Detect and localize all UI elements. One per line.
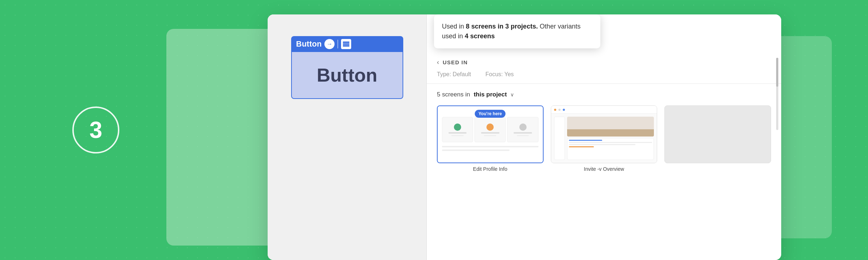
tooltip-highlight2: 4 screens <box>465 32 495 40</box>
thumb-bottom-line-1 <box>442 146 539 147</box>
panel-header: ‹ USED IN Type: Default Focus: Yes <box>427 51 781 84</box>
thumb-line-orange <box>569 146 594 147</box>
thumbnail-item-2: Invite -v Overview <box>551 105 658 172</box>
thumb-text-line-1 <box>448 132 467 134</box>
thumb-nav-dot-blue <box>563 109 565 111</box>
thumb-img-block <box>567 117 654 136</box>
used-in-title: USED IN <box>443 59 468 65</box>
thumb-card-row <box>442 117 539 142</box>
screens-header: 5 screens in this project ∨ <box>437 91 771 98</box>
toolbar-divider <box>337 40 338 48</box>
thumb-mini-card-1 <box>442 117 473 142</box>
thumb-line-blue <box>569 140 602 141</box>
svg-rect-2 <box>343 45 349 47</box>
thumb-avatar-orange <box>486 124 494 131</box>
thumb-text-sm-1 <box>451 135 464 136</box>
meta-focus-label: Focus: <box>485 71 503 77</box>
thumbnail-label-2: Invite -v Overview <box>551 166 658 172</box>
meta-type-value: Default <box>453 71 471 77</box>
tooltip-text: Used in 8 screens in 3 projects. Other v… <box>442 22 592 41</box>
button-selection-area: Button → Button <box>268 14 427 260</box>
thumbnail-content-2 <box>551 106 657 163</box>
thumb-line-1 <box>569 142 652 143</box>
thumb-avatar-default <box>519 124 527 131</box>
thumb-text-line-3 <box>514 132 532 134</box>
thumb-text-sm-2 <box>484 135 496 136</box>
panel-scrollbar[interactable] <box>776 58 778 130</box>
right-panel: Used in 8 screens in 3 projects. Other v… <box>427 14 781 260</box>
thumb-main-content <box>567 117 654 160</box>
component-box-label: Button <box>317 64 377 86</box>
panel-scrollbar-thumb <box>776 58 778 87</box>
thumb-avatar-green <box>454 124 461 131</box>
toolbar-label: Button <box>296 39 322 49</box>
panel-meta: Type: Default Focus: Yes <box>437 71 771 78</box>
meta-type: Type: Default <box>437 71 471 78</box>
thumb-line-2 <box>569 144 636 145</box>
thumb-mini-card-3 <box>507 117 538 142</box>
thumb-content-block <box>567 138 654 160</box>
main-background: 3 Button → <box>0 0 868 260</box>
tooltip-highlight1: 8 screens in 3 projects. <box>466 23 538 30</box>
step-number: 3 <box>89 117 102 143</box>
svg-rect-0 <box>343 42 349 43</box>
thumb-text-sm-3 <box>517 135 529 136</box>
component-box: Button <box>291 52 403 99</box>
thumbnail-frame-3[interactable] <box>664 105 771 163</box>
thumbnail-frame-1[interactable]: You're here <box>437 105 544 163</box>
meta-type-label: Type: <box>437 71 451 77</box>
meta-focus: Focus: Yes <box>485 71 514 78</box>
component-toolbar: Button → <box>291 36 403 52</box>
used-in-nav: ‹ USED IN <box>437 58 771 66</box>
dropdown-arrow-icon[interactable]: ∨ <box>510 92 514 98</box>
thumb-nav-dot-gray <box>558 109 561 111</box>
thumb-bottom-line-2 <box>442 150 510 151</box>
thumb-mini-card-2 <box>475 117 506 142</box>
thumbnail-label-1: Edit Profile Info <box>437 166 544 172</box>
youre-here-badge: You're here <box>475 110 506 118</box>
toolbar-stack-icon[interactable] <box>341 39 351 49</box>
meta-focus-value: Yes <box>504 71 514 77</box>
ui-panel: Button → Button <box>268 14 781 260</box>
thumb-nav-bar <box>551 106 657 114</box>
thumbnail-frame-2[interactable] <box>551 105 658 163</box>
toolbar-arrow-icon[interactable]: → <box>324 39 335 49</box>
thumb-sidebar <box>554 117 565 160</box>
thumb-body <box>551 114 657 163</box>
thumb-text-line-2 <box>481 132 499 134</box>
screens-project[interactable]: this project <box>474 91 507 98</box>
back-arrow-icon[interactable]: ‹ <box>437 58 439 66</box>
thumb-nav-dot-orange <box>554 109 556 111</box>
thumbnail-item-3 <box>664 105 771 172</box>
svg-rect-1 <box>343 43 349 45</box>
screens-count: 5 screens in <box>437 91 470 98</box>
thumbnails-grid: You're here <box>437 105 771 172</box>
tooltip-popup: Used in 8 screens in 3 projects. Other v… <box>434 14 600 48</box>
thumbnail-item-1: You're here <box>437 105 544 172</box>
screens-section: 5 screens in this project ∨ You're here <box>427 84 781 179</box>
thumb-img-strip <box>567 129 654 136</box>
step-circle: 3 <box>72 107 119 153</box>
